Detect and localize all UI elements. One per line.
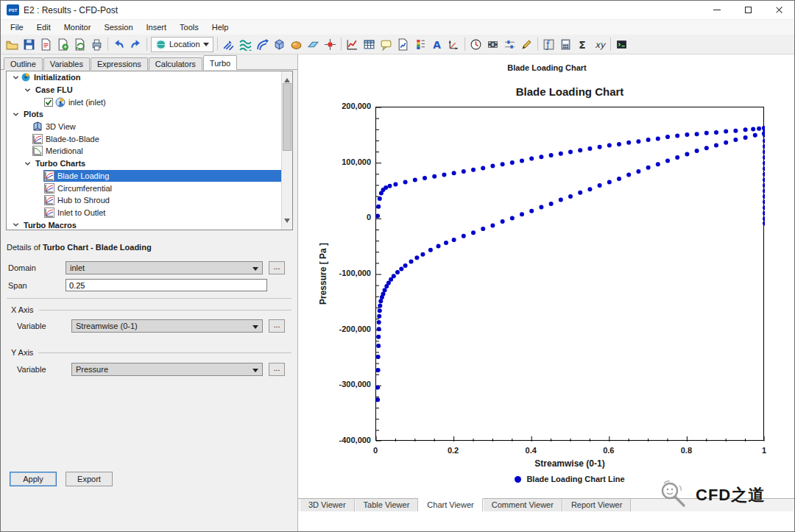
- domain-select[interactable]: inlet: [66, 261, 263, 274]
- minimize-button[interactable]: [702, 1, 732, 19]
- expander-icon[interactable]: [23, 160, 32, 167]
- plane-icon[interactable]: [305, 36, 322, 53]
- tree-item-hub-to-shroud[interactable]: Hub to Shroud: [7, 194, 281, 207]
- y-variable-more-button[interactable]: ...: [269, 363, 285, 376]
- figure-icon[interactable]: [395, 36, 411, 53]
- vector-icon[interactable]: [220, 36, 237, 53]
- menu-insert[interactable]: Insert: [140, 21, 174, 34]
- y-variable-select[interactable]: Pressure: [71, 363, 263, 376]
- volume-rendering-icon[interactable]: [271, 36, 288, 53]
- tree-item-blade-loading[interactable]: Blade Loading: [7, 170, 281, 182]
- svg-text:Σ: Σ: [579, 38, 585, 50]
- x-variable-select[interactable]: Streamwise (0-1): [71, 319, 263, 333]
- y-tick-label: -200,000: [308, 324, 371, 333]
- tree-item-turbo-charts[interactable]: Turbo Charts: [7, 157, 281, 170]
- tree-item-label: Initialization: [31, 73, 84, 82]
- x-axis-group: X Axis: [11, 305, 292, 314]
- tab-variables[interactable]: Variables: [43, 57, 90, 70]
- tree-item-label: Hub to Shroud: [54, 196, 113, 205]
- maximize-button[interactable]: [732, 1, 763, 19]
- y-variable-label: Variable: [17, 363, 46, 376]
- function-calculator-icon[interactable]: ƒ: [540, 36, 557, 53]
- tree-item-case-flu[interactable]: Case FLU: [7, 84, 281, 96]
- tab-outline[interactable]: Outline: [4, 57, 43, 70]
- location-selector[interactable]: Location: [151, 37, 213, 52]
- tree-item-initialization[interactable]: Initialization: [7, 71, 281, 84]
- variables-icon[interactable]: xy: [591, 36, 608, 53]
- publish-report-icon[interactable]: [54, 36, 71, 53]
- close-button[interactable]: [763, 1, 794, 19]
- quick-editor-icon[interactable]: [501, 36, 518, 53]
- chart-icon[interactable]: [344, 36, 361, 53]
- print-icon[interactable]: [88, 36, 105, 53]
- menu-help[interactable]: Help: [205, 21, 236, 34]
- contour-icon[interactable]: [237, 36, 254, 53]
- tab-turbo[interactable]: Turbo: [203, 55, 237, 70]
- menu-tools[interactable]: Tools: [173, 21, 205, 34]
- tab-calculators[interactable]: Calculators: [149, 57, 202, 70]
- viewer-tab-comment-viewer[interactable]: Comment Viewer: [483, 499, 562, 511]
- workspace-tabs: OutlineVariablesExpressionsCalculatorsTu…: [4, 55, 238, 70]
- viewer-tab-report-viewer[interactable]: Report Viewer: [562, 499, 632, 511]
- x-tick-label: 0.2: [439, 446, 468, 455]
- scroll-thumb[interactable]: [283, 83, 292, 151]
- viewer-tab-3d-viewer[interactable]: 3D Viewer: [300, 499, 355, 511]
- span-input[interactable]: [66, 279, 267, 291]
- turbo-chart-icon: [44, 183, 54, 194]
- animation-icon[interactable]: [484, 36, 501, 53]
- checkbox[interactable]: [44, 98, 53, 107]
- text-icon[interactable]: A: [428, 36, 445, 53]
- apply-button[interactable]: Apply: [10, 472, 57, 486]
- legend-icon[interactable]: [411, 36, 428, 53]
- viewer-tab-table-viewer[interactable]: Table Viewer: [355, 499, 419, 511]
- export-button[interactable]: Export: [66, 472, 113, 486]
- tree-item-turbo-macros[interactable]: Turbo Macros: [7, 219, 281, 230]
- load-results-icon[interactable]: [4, 36, 21, 53]
- expander-icon[interactable]: [11, 221, 20, 228]
- close-icon: [775, 6, 783, 14]
- x-variable-more-button[interactable]: ...: [269, 319, 285, 333]
- left-panel: OutlineVariablesExpressionsCalculatorsTu…: [1, 54, 298, 531]
- menu-bar: FileEditMonitorSessionInsertToolsHelp: [1, 20, 794, 35]
- expressions-icon[interactable]: Σ: [574, 36, 591, 53]
- command-editor-icon[interactable]: [613, 36, 630, 53]
- domain-more-button[interactable]: ...: [269, 261, 285, 274]
- tree-item-inlet-inlet[interactable]: inlet (inlet): [7, 96, 281, 108]
- undo-icon[interactable]: [110, 36, 127, 53]
- expander-icon[interactable]: [11, 74, 20, 81]
- macro-calculator-icon[interactable]: [557, 36, 574, 53]
- isosurface-icon[interactable]: [288, 36, 305, 53]
- menu-file[interactable]: File: [4, 21, 30, 34]
- menu-session[interactable]: Session: [97, 21, 139, 34]
- scroll-down-icon[interactable]: [284, 219, 290, 226]
- render-view-icon: [32, 121, 43, 132]
- point-icon[interactable]: [322, 36, 339, 53]
- tree-item-blade-to-blade[interactable]: Blade-to-Blade: [7, 132, 281, 145]
- tree-item-circumferential[interactable]: Circumferential: [7, 182, 281, 194]
- tree-scrollbar[interactable]: [281, 71, 292, 230]
- tree-item-meridional[interactable]: Meridional: [7, 145, 281, 157]
- tree-item-3d-view[interactable]: 3D View: [7, 121, 281, 133]
- tree-item-plots[interactable]: Plots: [7, 108, 281, 121]
- streamline-icon[interactable]: [254, 36, 271, 53]
- report-template-icon[interactable]: [38, 36, 54, 53]
- tab-expressions[interactable]: Expressions: [91, 57, 148, 70]
- menu-edit[interactable]: Edit: [30, 21, 57, 34]
- viewer-tab-chart-viewer[interactable]: Chart Viewer: [418, 498, 482, 511]
- menu-monitor[interactable]: Monitor: [57, 21, 98, 34]
- redo-icon[interactable]: [127, 36, 144, 53]
- tree-item-label: Blade Loading: [54, 171, 112, 180]
- table-icon[interactable]: [361, 36, 378, 53]
- scroll-up-icon[interactable]: [284, 75, 290, 82]
- tree-item-inlet-to-outlet[interactable]: Inlet to Outlet: [7, 207, 281, 219]
- coordinate-frame-icon[interactable]: [445, 36, 462, 53]
- save-project-icon[interactable]: [21, 36, 38, 53]
- group-rule: [39, 310, 292, 311]
- refresh-report-icon[interactable]: [71, 36, 88, 53]
- expander-icon[interactable]: [11, 111, 20, 118]
- x-tick-label: 0.6: [594, 446, 623, 455]
- comment-icon[interactable]: [378, 36, 395, 53]
- probe-icon[interactable]: [518, 36, 535, 53]
- timestep-icon[interactable]: [467, 36, 484, 53]
- expander-icon[interactable]: [23, 87, 32, 93]
